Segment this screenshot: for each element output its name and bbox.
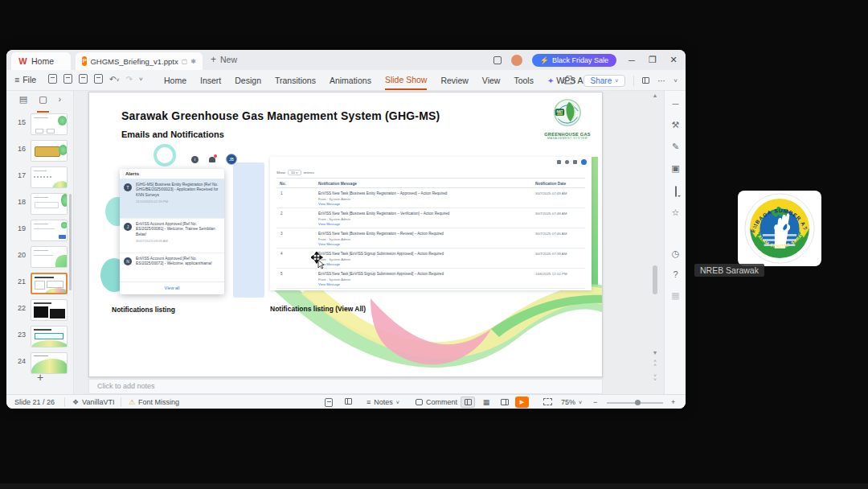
tab-home[interactable]: W Home — [11, 52, 71, 70]
row-message: EnVISS New Task [Business Entity Registr… — [318, 212, 529, 216]
divider — [121, 397, 121, 407]
outline-view-icon[interactable]: ▤ — [19, 94, 27, 110]
help-icon[interactable]: ? — [665, 269, 686, 279]
reading-view-button[interactable] — [497, 397, 512, 408]
close-button[interactable]: ✕ — [668, 55, 679, 65]
notes-input[interactable]: Click to add notes — [88, 379, 603, 394]
alert-text: EnVISS Account Approved [Ref No. ES/2025… — [136, 257, 219, 267]
slide-thumbnail-18[interactable]: 18 — [6, 191, 74, 218]
tools-icon[interactable]: ⚒ — [665, 120, 686, 130]
participant-video-tile[interactable]: LEMBAGA SUMBER ASLI DAN ALAM SEKITAR SAR… — [738, 191, 821, 266]
print-preview-icon[interactable] — [94, 74, 103, 84]
favorites-icon[interactable]: ☆ — [665, 208, 686, 218]
document-tab-label: GHGMS_Briefing_v1.pptx — [90, 57, 178, 66]
tab-preview-icon[interactable]: ▢ — [182, 58, 188, 65]
caption-left[interactable]: Notifications listing — [112, 306, 175, 314]
menu-home[interactable]: Home — [164, 72, 186, 89]
add-slide-button[interactable]: + — [6, 371, 74, 384]
export-icon[interactable] — [63, 74, 72, 84]
zoom-slider-handle[interactable] — [635, 400, 641, 405]
slide-title[interactable]: Sarawak Greenhouse Gas Management System… — [121, 109, 440, 122]
slide-thumbnail-22[interactable]: 22 — [6, 298, 74, 324]
undo-icon[interactable]: ↶˅ — [109, 75, 119, 84]
font-missing-warning[interactable]: ⚠ Font Missing — [129, 398, 179, 406]
scroll-up-icon[interactable]: ▲ — [649, 92, 661, 99]
theme-indicator[interactable]: ❖ VanillaVTI — [72, 398, 114, 406]
history-icon[interactable]: ◷ — [665, 249, 686, 259]
zoom-in-button[interactable]: + — [671, 398, 675, 406]
more-options-icon[interactable]: ⋯ — [657, 76, 665, 85]
scrollbar-thumb[interactable] — [653, 265, 657, 294]
slide-thumbnail-19[interactable]: 19 — [6, 218, 74, 244]
ghgms-logo[interactable]: NET 2050 GREENHOUSE GAS MANAGEMENT SYSTE… — [542, 97, 593, 140]
menu-view[interactable]: View — [482, 72, 501, 89]
slideshow-play-button[interactable]: ▶ — [515, 397, 529, 408]
slide-thumbnail-23[interactable]: 23 — [6, 324, 74, 351]
nreb-sarawak-logo: LEMBAGA SUMBER ASLI DAN ALAM SEKITAR SAR… — [744, 193, 815, 264]
normal-view-button[interactable] — [461, 397, 475, 408]
slide-thumbnail-21-selected[interactable]: 21 — [6, 271, 74, 298]
next-slide-button[interactable]: ˅˅ — [649, 374, 661, 382]
menu-design[interactable]: Design — [235, 72, 261, 89]
window-layout-icon[interactable] — [493, 56, 502, 64]
save-icon[interactable] — [48, 74, 57, 84]
menu-review[interactable]: Review — [440, 72, 468, 89]
alerts-panel-screenshot[interactable]: Alerts T [GHG-MS] Business Entity Regist… — [120, 169, 224, 294]
new-tab-button[interactable]: + New — [211, 54, 237, 65]
menu-insert[interactable]: Insert — [200, 72, 221, 89]
slide-thumbnail-15[interactable]: 15 — [6, 112, 74, 138]
panel-scrollbar[interactable] — [69, 194, 72, 290]
black-friday-sale-button[interactable]: ⚡ Black Friday Sale — [532, 54, 616, 67]
slide-thumbnail-16[interactable]: 16 — [6, 138, 74, 165]
task-pane-icon[interactable] — [642, 77, 649, 84]
previous-slide-button[interactable]: ˄˄ — [649, 360, 661, 368]
tab-document[interactable]: P GHGMS_Briefing_v1.pptx ▢ ✱ — [76, 52, 203, 70]
promo-label: Black Friday Sale — [552, 56, 608, 64]
screen-bottom-strip — [0, 483, 868, 489]
slide-thumb-preview — [31, 113, 68, 135]
menu-animations[interactable]: Animations — [330, 72, 371, 89]
zoom-out-button[interactable]: − — [593, 398, 597, 406]
collapse-ribbon-icon[interactable]: ˅ — [674, 77, 678, 84]
slide-thumb-preview — [31, 193, 68, 215]
row-date: 30/7/2025 07:48 AM — [535, 212, 567, 216]
show-entries-select: 10 ˅ — [288, 170, 301, 175]
scroll-down-icon[interactable]: ▼ — [649, 350, 661, 356]
print-icon[interactable] — [79, 74, 88, 84]
zoom-level[interactable]: 75% ˅ — [561, 398, 582, 406]
menu-slide-show[interactable]: Slide Show — [385, 71, 428, 90]
move-pane-icon[interactable] — [345, 398, 352, 405]
file-menu[interactable]: ≡ File — [14, 75, 36, 84]
grid-icon[interactable]: ▦ — [665, 290, 686, 301]
rate-edit-icon[interactable]: ✎ — [665, 142, 686, 152]
redo-icon[interactable]: ↷ — [125, 75, 132, 84]
share-button[interactable]: Share ˅ — [583, 75, 626, 87]
caption-right[interactable]: Notifications listing (View All) — [270, 305, 366, 313]
slide-page-icon[interactable] — [325, 398, 333, 407]
notifications-table-screenshot[interactable]: Show 10 ˅ entries No. Notification Messa… — [270, 157, 592, 290]
panel-view-tools: ▤ ▢ › — [6, 94, 74, 110]
fit-slide-icon[interactable] — [543, 398, 552, 405]
slide-view-icon[interactable]: ▢ — [39, 94, 47, 110]
slide-thumbnail-20[interactable]: 20 — [6, 244, 74, 271]
slide-subtitle[interactable]: Emails and Notifications — [121, 129, 224, 139]
minimize-button[interactable]: ─ — [626, 55, 637, 65]
collapse-pane-icon[interactable]: ─ — [665, 99, 686, 109]
panel-expand-icon[interactable]: › — [59, 94, 62, 110]
comment-pane-icon[interactable] — [665, 187, 686, 196]
cloud-sync-icon[interactable] — [563, 76, 575, 85]
menu-tools[interactable]: Tools — [514, 72, 534, 89]
slide-sorter-view-button[interactable]: ▦ — [479, 397, 493, 408]
account-avatar[interactable] — [511, 55, 522, 66]
canvas-scrollbar[interactable]: ▲ ▼ ˄˄ ˅˅ — [649, 91, 661, 394]
shapes-icon[interactable]: ▣ — [665, 163, 686, 174]
toolbar-expand-icon[interactable]: ˅ — [139, 76, 143, 83]
maximize-button[interactable]: ❐ — [647, 55, 658, 65]
slide-thumbnail-17[interactable]: 17 — [6, 165, 74, 191]
notes-toggle[interactable]: ≡ Notes ˅ — [366, 398, 399, 406]
menu-transitions[interactable]: Transitions — [275, 72, 316, 89]
comment-button[interactable]: Comment — [416, 398, 457, 406]
slide-21[interactable]: Sarawak Greenhouse Gas Management System… — [88, 92, 603, 377]
alert-text: [GHG-MS] Business Entity Registration [R… — [136, 183, 219, 198]
participant-name: NREB Sarawak — [700, 265, 759, 275]
